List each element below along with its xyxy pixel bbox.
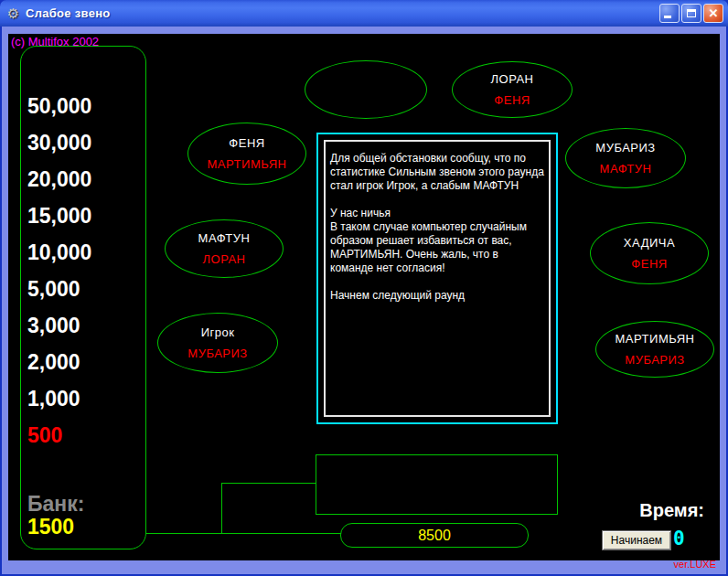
close-button[interactable]: ✕ bbox=[703, 4, 723, 23]
host-message-panel: Для общей обстановки сообщу, что по стат… bbox=[316, 133, 558, 424]
player-vote: МАФТУН bbox=[600, 162, 652, 176]
money-value: 15,000 bbox=[27, 197, 142, 234]
money-value: 10,000 bbox=[27, 234, 142, 271]
player-ellipse-empty bbox=[305, 60, 427, 119]
player-name: МАРТИМЬЯН bbox=[616, 332, 695, 346]
player-ellipse: ФЕНЯ МАРТИМЬЯН bbox=[187, 123, 306, 185]
money-value: 30,000 bbox=[27, 124, 142, 161]
player-vote: МАРТИМЬЯН bbox=[208, 157, 287, 171]
money-ladder-values: 50,000 30,000 20,000 15,000 10,000 5,000… bbox=[27, 88, 142, 453]
player-name: ФЕНЯ bbox=[229, 136, 264, 150]
player-vote: ЛОРАН bbox=[202, 252, 245, 266]
bank-block: Банк: 1500 bbox=[27, 493, 84, 539]
host-message-frame: Для общей обстановки сообщу, что по стат… bbox=[324, 140, 551, 417]
minimize-button[interactable] bbox=[659, 4, 680, 23]
money-value: 3,000 bbox=[27, 307, 142, 344]
window-title: Слабое звено bbox=[26, 6, 111, 20]
game-window: ⚙ Слабое звено ✕ (c) Multifox 2002 50,00… bbox=[0, 0, 728, 576]
bank-value: 1500 bbox=[27, 516, 84, 539]
player-ellipse: МАФТУН ЛОРАН bbox=[165, 219, 284, 278]
money-value: 50,000 bbox=[27, 88, 142, 124]
money-value: 5,000 bbox=[27, 271, 142, 307]
bank-label: Банк: bbox=[27, 493, 84, 516]
money-ladder: 50,000 30,000 20,000 15,000 10,000 5,000… bbox=[20, 46, 146, 549]
connector-line bbox=[221, 483, 316, 484]
player-name: МАФТУН bbox=[198, 231, 251, 245]
player-name: Игрок bbox=[201, 325, 235, 339]
close-icon: ✕ bbox=[704, 5, 723, 22]
maximize-button[interactable] bbox=[681, 4, 701, 23]
player-ellipse: Игрок МУБАРИЗ bbox=[157, 313, 278, 373]
window-controls: ✕ bbox=[659, 4, 723, 23]
player-ellipse: ЛОРАН ФЕНЯ bbox=[452, 61, 573, 118]
timer-label: Время: bbox=[639, 500, 704, 521]
connector-line bbox=[146, 533, 341, 534]
timer-value: 0 bbox=[673, 528, 685, 549]
player-ellipse: МАРТИМЬЯН МУБАРИЗ bbox=[595, 321, 714, 378]
player-name: ХАДИЧА bbox=[624, 236, 675, 250]
player-ellipse: МУБАРИЗ МАФТУН bbox=[565, 128, 686, 188]
money-value: 1,000 bbox=[27, 380, 142, 417]
answer-panel bbox=[316, 454, 558, 515]
player-vote: МУБАРИЗ bbox=[625, 353, 684, 367]
money-value: 2,000 bbox=[27, 344, 142, 380]
player-name: ЛОРАН bbox=[490, 72, 533, 86]
gear-icon: ⚙ bbox=[5, 5, 21, 21]
player-vote: ФЕНЯ bbox=[494, 93, 530, 107]
money-value-lowest: 500 bbox=[27, 417, 142, 453]
start-button[interactable]: Начинаем bbox=[602, 530, 671, 550]
version-label: ver.LUXE bbox=[674, 559, 716, 570]
maximize-icon bbox=[687, 9, 696, 17]
title-bar[interactable]: ⚙ Слабое звено ✕ bbox=[0, 0, 728, 27]
minimize-icon bbox=[664, 16, 671, 18]
host-message-text: Для общей обстановки сообщу, что по стат… bbox=[326, 142, 549, 415]
player-vote: МУБАРИЗ bbox=[187, 347, 247, 360]
player-name: МУБАРИЗ bbox=[595, 141, 655, 155]
money-value: 20,000 bbox=[27, 161, 142, 197]
player-ellipse: ХАДИЧА ФЕНЯ bbox=[590, 222, 709, 284]
game-area: (c) Multifox 2002 50,000 30,000 20,000 1… bbox=[8, 34, 720, 560]
player-vote: ФЕНЯ bbox=[631, 257, 667, 271]
round-money-box: 8500 bbox=[340, 523, 529, 548]
connector-line bbox=[221, 483, 222, 533]
